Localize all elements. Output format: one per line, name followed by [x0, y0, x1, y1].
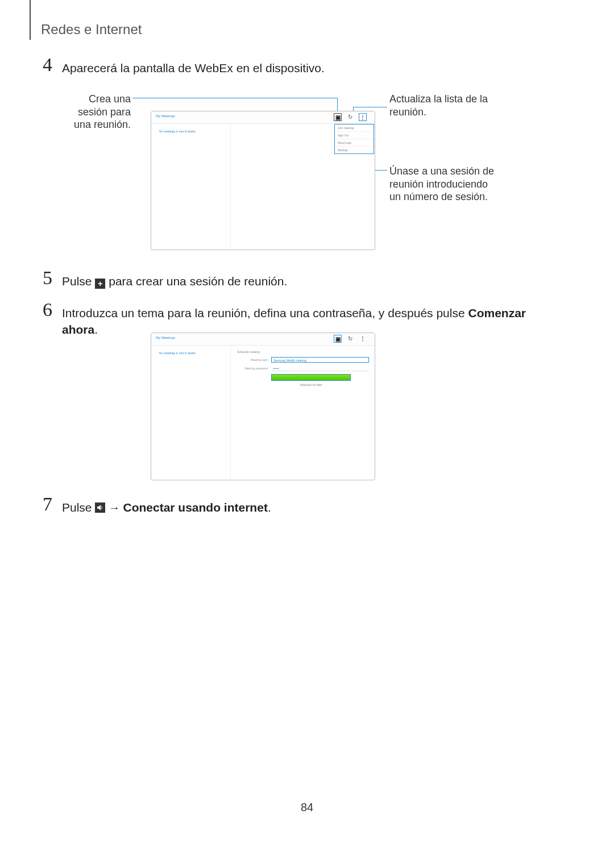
text-post: para crear una sesión de reunión. — [105, 275, 287, 288]
text-pre: Introduzca un tema para la reunión, defi… — [62, 306, 468, 319]
callout-create-session: Crea una sesión para una reunión. — [57, 93, 131, 131]
mock-actionbar: My Meetings ▣ ↻ ⋮ — [151, 333, 375, 346]
text-post: . — [94, 323, 98, 336]
mock-title: My Meetings — [156, 336, 175, 339]
new-meeting-icon: ▣ — [334, 335, 342, 343]
tablet-mock-1: My Meetings ▣ ↻ ⋮ No meetings in next 6 … — [151, 111, 375, 250]
mock-empty-text: No meetings in next 6 weeks — [159, 351, 196, 355]
mock-empty-text: No meetings in next 6 weeks — [159, 130, 196, 133]
menu-item: Sign Out — [335, 132, 374, 139]
schedule-later-link: Schedule for later — [271, 383, 351, 387]
password-label: Meeting password — [237, 367, 271, 370]
panel-header: Schedule meeting — [237, 350, 369, 354]
password-field: •••••• — [271, 366, 369, 371]
step-number: 4 — [43, 54, 52, 76]
more-icon: ⋮ — [359, 113, 367, 121]
callout-join-session: Únase a una sesión de reunión introducie… — [389, 165, 494, 203]
text-bold: Conectar usando internet — [123, 501, 268, 514]
more-icon: ⋮ — [359, 335, 367, 343]
mock-left-panel: No meetings in next 6 weeks — [151, 346, 231, 480]
mock-title: My Meetings — [156, 114, 175, 118]
topic-label: Meeting topic — [237, 358, 271, 362]
page-number: 84 — [0, 801, 614, 814]
text-post: . — [268, 501, 271, 514]
step-number: 5 — [43, 267, 52, 289]
page-header: Redes e Internet — [41, 22, 142, 38]
callout-refresh-list: Actualiza la lista de la reunión. — [389, 93, 488, 118]
new-meeting-icon: ▣ — [334, 113, 342, 121]
mock-schedule-panel: Schedule meeting Meeting topic Samsung W… — [231, 346, 375, 391]
callout-line — [353, 107, 387, 107]
password-row: Meeting password •••••• — [237, 366, 369, 371]
mock-actionbar: My Meetings ▣ ↻ ⋮ — [151, 111, 375, 124]
step-number: 7 — [43, 493, 52, 515]
header-rule — [30, 0, 31, 40]
menu-item: Join meeting — [335, 124, 374, 132]
text-pre: Pulse — [62, 501, 95, 514]
step-5: 5 Pulse para crear una sesión de reunión… — [43, 273, 563, 289]
refresh-icon: ↻ — [346, 113, 354, 121]
plus-icon — [95, 279, 105, 289]
callout-line — [132, 98, 337, 98]
arrow-icon: → — [105, 501, 123, 514]
topic-row: Meeting topic Samsung WebEx meeting — [237, 357, 369, 363]
step-text: Aparecerá la pantalla de WebEx en el dis… — [62, 60, 563, 76]
diagram-webex-schedule: My Meetings ▣ ↻ ⋮ No meetings in next 6 … — [151, 333, 375, 480]
menu-item: Send Logs — [335, 139, 374, 147]
topic-field: Samsung WebEx meeting — [271, 357, 369, 363]
menu-item: Settings — [335, 147, 374, 153]
step-text: Pulse para crear una sesión de reunión. — [62, 273, 563, 289]
diagram-webex-main: Crea una sesión para una reunión. Actual… — [57, 88, 500, 253]
step-text: Pulse → Conectar usando internet. — [62, 499, 563, 516]
refresh-icon: ↻ — [346, 335, 354, 343]
speaker-icon — [95, 502, 105, 513]
text-pre: Pulse — [62, 275, 95, 288]
start-now-button — [271, 374, 351, 381]
tablet-mock-2: My Meetings ▣ ↻ ⋮ No meetings in next 6 … — [151, 333, 375, 480]
step-7: 7 Pulse → Conectar usando internet. — [43, 499, 563, 516]
mock-left-panel: No meetings in next 6 weeks — [151, 124, 231, 250]
mock-overflow-menu: Join meeting Sign Out Send Logs Settings — [334, 124, 374, 154]
step-4: 4 Aparecerá la pantalla de WebEx en el d… — [43, 60, 563, 76]
step-number: 6 — [43, 299, 52, 321]
